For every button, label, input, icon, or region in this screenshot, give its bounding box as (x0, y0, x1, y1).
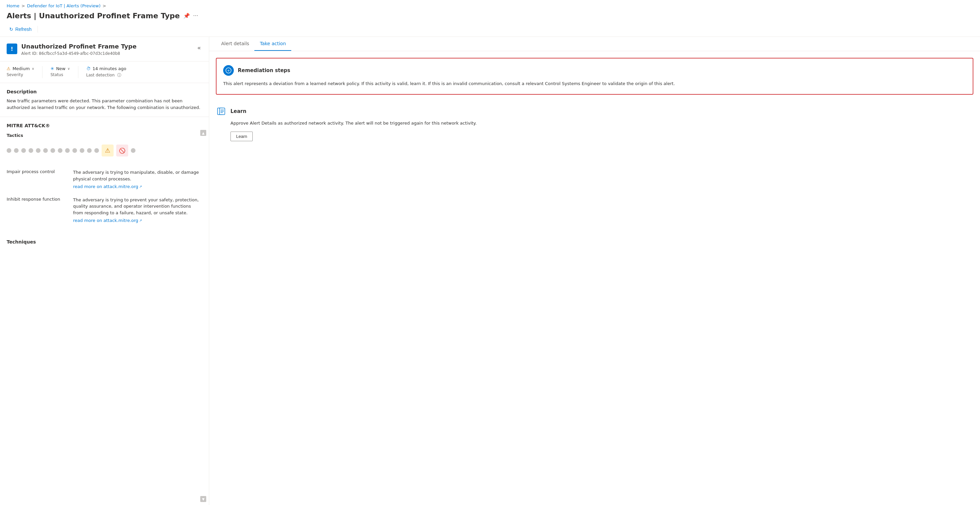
mitre-title: MITRE ATT&CK® (6, 123, 202, 128)
page-title-row: Alerts | Unauthorized Profinet Frame Typ… (0, 10, 980, 23)
refresh-button[interactable]: ↻ Refresh (6, 25, 34, 33)
techniques-title: Techniques (0, 233, 209, 248)
last-detection-value-row: ⏱ 14 minutes ago (86, 66, 127, 71)
tactic-dot-1 (6, 148, 11, 153)
status-value: New (56, 66, 65, 71)
tactic-row-2: Inhibit response function The adversary … (6, 193, 202, 227)
breadcrumb-sep1: > (21, 3, 25, 8)
status-label: Status (51, 72, 70, 77)
tabs: Alert details Take action (209, 37, 980, 51)
scroll-down-button[interactable]: ▼ (200, 496, 206, 502)
tactic-dot-9 (65, 148, 70, 153)
last-detection-label: Last detection ⓘ (86, 72, 127, 78)
meta-last-detection: ⏱ 14 minutes ago Last detection ⓘ (86, 66, 135, 78)
status-chevron: ∨ (67, 67, 70, 70)
svg-text:🚫: 🚫 (119, 148, 126, 154)
pin-icon[interactable]: 📌 (183, 13, 190, 19)
meta-severity: ⚠ Medium ∨ Severity (6, 66, 43, 78)
external-link-icon-2: ↗ (139, 218, 142, 223)
remediation-text: This alert represents a deviation from a… (223, 80, 966, 88)
description-text: New traffic parameters were detected. Th… (6, 98, 202, 111)
tactics-table: Impair process control The adversary is … (6, 166, 202, 227)
read-more-link-1[interactable]: read more on attack.mitre.org ↗ (73, 183, 142, 190)
refresh-label: Refresh (15, 27, 32, 32)
tactic-desc-1: The adversary is trying to manipulate, d… (73, 170, 199, 182)
tactic-dot-15 (131, 148, 135, 153)
shield-icon: ! (6, 43, 17, 54)
learn-text: Approve Alert Details as authorized netw… (216, 120, 974, 127)
toolbar-divider (38, 26, 38, 33)
main-layout: ! Unauthorized Profinet Frame Type Alert… (0, 37, 980, 505)
tactic-dot-7 (51, 148, 55, 153)
page-title: Alerts | Unauthorized Profinet Frame Typ… (6, 12, 180, 20)
info-icon: ⓘ (117, 73, 121, 77)
severity-chevron: ∨ (32, 67, 34, 70)
last-detection-value: 14 minutes ago (93, 66, 127, 71)
external-link-icon-1: ↗ (139, 184, 142, 189)
remediation-icon: + (223, 65, 234, 76)
tactic-detail-2: The adversary is trying to prevent your … (73, 193, 202, 227)
left-panel: ! Unauthorized Profinet Frame Type Alert… (0, 37, 209, 505)
remediation-card: + Remediation steps This alert represent… (216, 58, 974, 95)
tactic-name-1: Impair process control (6, 166, 73, 193)
tactic-dot-5 (36, 148, 40, 153)
toolbar: ↻ Refresh (0, 23, 980, 37)
tab-take-action[interactable]: Take action (255, 37, 291, 51)
learn-button[interactable]: Learn (231, 132, 253, 141)
alert-icon-title: ! Unauthorized Profinet Frame Type Alert… (6, 43, 137, 56)
severity-dropdown[interactable]: ⚠ Medium ∨ (6, 66, 34, 71)
read-more-link-2[interactable]: read more on attack.mitre.org ↗ (73, 217, 142, 224)
tactic-desc-2: The adversary is trying to prevent your … (73, 198, 199, 215)
collapse-icon[interactable]: « (196, 43, 202, 53)
breadcrumb: Home > Defender for IoT | Alerts (Previe… (0, 0, 980, 10)
svg-text:⚠: ⚠ (105, 147, 110, 154)
meta-status: ✳ New ∨ Status (51, 66, 78, 78)
description-section: Description New traffic parameters were … (0, 83, 209, 117)
severity-value: Medium (13, 66, 30, 71)
tactics-dots: ⚠ 🚫 (6, 142, 202, 159)
tactic-dot-6 (43, 148, 48, 153)
tactic-dot-10 (72, 148, 77, 153)
alert-meta: ⚠ Medium ∨ Severity ✳ New ∨ Status ⏱ 14 … (0, 62, 209, 83)
status-icon: ✳ (51, 66, 54, 71)
clock-icon: ⏱ (86, 66, 91, 71)
warning-icon: ⚠ (6, 66, 11, 71)
tactics-label: Tactics (6, 133, 202, 138)
left-content: Description New traffic parameters were … (0, 83, 209, 505)
tactic-dot-8 (58, 148, 62, 153)
learn-title: Learn (231, 108, 247, 114)
svg-text:+: + (227, 69, 230, 73)
breadcrumb-sep2: > (103, 3, 106, 8)
learn-section: Learn Approve Alert Details as authorize… (216, 103, 974, 145)
learn-icon (216, 106, 226, 116)
severity-label: Severity (6, 72, 34, 77)
remediation-header: + Remediation steps (223, 65, 966, 76)
alert-title-text: Unauthorized Profinet Frame Type (21, 43, 137, 50)
alert-header: ! Unauthorized Profinet Frame Type Alert… (0, 37, 209, 62)
breadcrumb-defender[interactable]: Defender for IoT | Alerts (Preview) (27, 3, 100, 8)
right-content: + Remediation steps This alert represent… (209, 51, 980, 151)
tactic-dot-13 (94, 148, 99, 153)
description-title: Description (6, 89, 202, 94)
tactic-detail-1: The adversary is trying to manipulate, d… (73, 166, 202, 193)
learn-header: Learn (216, 106, 974, 116)
tab-alert-details[interactable]: Alert details (216, 37, 255, 51)
tactic-dot-3 (21, 148, 26, 153)
tactic-dot-4 (29, 148, 33, 153)
tactic-name-2: Inhibit response function (6, 193, 73, 227)
tactic-row-1: Impair process control The adversary is … (6, 166, 202, 193)
right-panel: Alert details Take action + Remediation … (209, 37, 980, 505)
remediation-title: Remediation steps (238, 67, 290, 73)
tactic-dot-2 (14, 148, 19, 153)
more-options-icon[interactable]: ··· (193, 13, 198, 19)
alert-id: Alert ID: 86cfbccf-5a3d-4549-afbc-07d3c1… (21, 51, 137, 56)
status-dropdown[interactable]: ✳ New ∨ (51, 66, 70, 71)
scroll-up-button[interactable]: ▲ (200, 130, 206, 136)
tactic-dot-12 (87, 148, 92, 153)
refresh-icon: ↻ (9, 27, 13, 32)
alert-title-block: Unauthorized Profinet Frame Type Alert I… (21, 43, 137, 56)
breadcrumb-home[interactable]: Home (6, 3, 19, 8)
tactic-icon-warning[interactable]: ⚠ (102, 145, 114, 156)
tactic-icon-error[interactable]: 🚫 (116, 145, 128, 156)
tactic-dot-11 (80, 148, 84, 153)
